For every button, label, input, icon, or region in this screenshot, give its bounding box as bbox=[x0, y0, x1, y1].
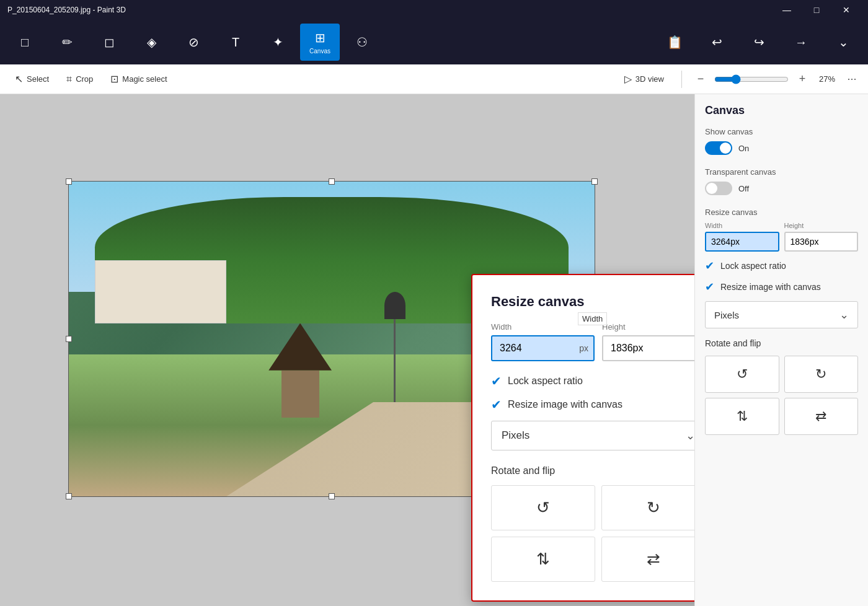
crop-button[interactable]: ⌗ Crop bbox=[59, 70, 100, 89]
toolbar-text[interactable]: T bbox=[216, 24, 255, 61]
zoom-in-button[interactable]: + bbox=[794, 71, 811, 88]
gazebo-roof bbox=[268, 323, 332, 371]
canvas-icon: ⊞ bbox=[315, 30, 326, 45]
show-canvas-thumb bbox=[720, 143, 731, 154]
toolbar-3d-shapes[interactable]: ◈ bbox=[131, 24, 171, 61]
toolbar-mixed-reality[interactable]: ⚇ bbox=[342, 24, 382, 61]
handle-top-mid[interactable] bbox=[329, 178, 335, 185]
select-label: Select bbox=[27, 74, 49, 84]
rotate-cw-icon: ↻ bbox=[815, 366, 826, 382]
stickers-icon: ⊘ bbox=[188, 35, 199, 50]
zoom-out-button[interactable]: − bbox=[692, 71, 709, 88]
close-button[interactable]: ✕ bbox=[832, 0, 861, 20]
maximize-button[interactable]: □ bbox=[802, 0, 831, 20]
title-bar-left: P_20150604_205209.jpg - Paint 3D bbox=[7, 6, 126, 14]
flip-vertical-button[interactable]: ⇅ bbox=[705, 398, 779, 435]
popup-flip-horizontal-button[interactable]: ⇄ bbox=[601, 537, 694, 582]
crop-label: Crop bbox=[76, 74, 93, 84]
toolbar-redo[interactable]: ↪ bbox=[739, 24, 779, 61]
zoom-separator bbox=[681, 71, 682, 88]
flip-horizontal-icon: ⇄ bbox=[647, 550, 660, 569]
height-input[interactable] bbox=[784, 232, 859, 252]
toolbar-options-button[interactable]: ··· bbox=[843, 71, 861, 88]
handle-mid-left[interactable] bbox=[66, 336, 72, 342]
show-canvas-toggle[interactable] bbox=[705, 141, 732, 155]
rotate-cw-icon: ↻ bbox=[647, 498, 660, 517]
transparent-canvas-section: Transparent canvas Off bbox=[705, 167, 858, 195]
height-label: Height bbox=[784, 222, 859, 229]
popup-lock-aspect-row: ✔ Lock aspect ratio bbox=[491, 374, 694, 389]
popup-height-input[interactable] bbox=[602, 335, 694, 361]
undo-icon: ↩ bbox=[712, 35, 722, 50]
popup-units-dropdown[interactable]: Pixels ⌄ bbox=[491, 421, 694, 450]
resize-canvas-label: Resize canvas bbox=[705, 208, 858, 217]
zoom-slider[interactable] bbox=[714, 74, 789, 84]
width-input[interactable] bbox=[705, 232, 779, 252]
show-canvas-section: Show canvas On bbox=[705, 127, 858, 155]
toolbar-paste[interactable]: 📋 bbox=[655, 24, 694, 61]
toolbar-brushes[interactable]: ✏ bbox=[47, 24, 87, 61]
forward-icon: → bbox=[795, 35, 807, 50]
height-group: Height bbox=[784, 222, 859, 252]
toolbar-more[interactable]: ⌄ bbox=[823, 24, 863, 61]
effects-icon: ✦ bbox=[273, 35, 283, 50]
units-label: Pixels bbox=[714, 310, 739, 320]
toolbar-undo[interactable]: ↩ bbox=[697, 24, 737, 61]
new-icon: □ bbox=[21, 35, 29, 50]
magic-select-label: Magic select bbox=[122, 74, 167, 84]
transparent-canvas-toggle[interactable] bbox=[705, 182, 732, 195]
paste-icon: 📋 bbox=[667, 35, 683, 50]
popup-rotate-cw-button[interactable]: ↻ bbox=[601, 485, 694, 530]
select-icon: ↖ bbox=[15, 73, 23, 85]
main-content: Resize canvas Width px Height Wid bbox=[0, 94, 868, 606]
toolbar-forward[interactable]: → bbox=[781, 24, 821, 61]
flip-horizontal-button[interactable]: ⇄ bbox=[784, 398, 859, 435]
zoom-controls: ▷ 3D view − + 27% ··· bbox=[617, 69, 861, 89]
rotate-ccw-icon: ↺ bbox=[536, 498, 550, 517]
handle-top-right[interactable] bbox=[591, 178, 598, 185]
lamp-post bbox=[394, 319, 396, 407]
popup-resize-with-canvas-row: ✔ Resize image with canvas bbox=[491, 397, 694, 412]
popup-rotate-grid: ↺ ↻ ⇅ ⇄ bbox=[491, 485, 694, 582]
lock-aspect-checkbox-label: Lock aspect ratio bbox=[720, 261, 786, 271]
transparent-canvas-label: Transparent canvas bbox=[705, 167, 858, 177]
resize-with-canvas-checkbox-icon: ✔ bbox=[705, 280, 714, 294]
magic-select-button[interactable]: ⊡ Magic select bbox=[103, 69, 174, 89]
rotate-ccw-button[interactable]: ↺ bbox=[705, 356, 779, 393]
units-dropdown[interactable]: Pixels ⌄ bbox=[705, 301, 858, 328]
transparent-canvas-value: Off bbox=[738, 184, 749, 193]
rotate-flip-label: Rotate and flip bbox=[705, 338, 858, 348]
handle-bot-mid[interactable] bbox=[329, 493, 335, 499]
3d-view-icon: ▷ bbox=[624, 73, 632, 85]
popup-rotate-title: Rotate and flip bbox=[491, 465, 694, 476]
image-gazebo bbox=[268, 323, 332, 418]
handle-bot-left[interactable] bbox=[66, 493, 72, 499]
lock-aspect-row: ✔ Lock aspect ratio bbox=[705, 259, 858, 273]
title-bar-controls: — □ ✕ bbox=[773, 0, 861, 20]
toolbar-canvas[interactable]: ⊞ Canvas bbox=[300, 24, 340, 61]
toolbar-effects[interactable]: ✦ bbox=[258, 24, 298, 61]
canvas-area[interactable]: Resize canvas Width px Height Wid bbox=[0, 94, 694, 606]
popup-height-group: Height bbox=[602, 322, 694, 361]
dimension-inputs: Width Height bbox=[705, 222, 858, 252]
3d-shapes-icon: ◈ bbox=[147, 35, 156, 50]
show-canvas-value: On bbox=[738, 144, 749, 153]
select-button[interactable]: ↖ Select bbox=[7, 69, 56, 89]
handle-top-left[interactable] bbox=[66, 178, 72, 185]
lock-aspect-check-icon: ✔ bbox=[491, 374, 502, 389]
3d-view-button[interactable]: ▷ 3D view bbox=[617, 69, 671, 89]
width-label: Width bbox=[705, 222, 779, 229]
toolbar-2d-shapes[interactable]: ◻ bbox=[89, 24, 129, 61]
transparent-canvas-thumb bbox=[706, 183, 717, 194]
popup-rotate-ccw-button[interactable]: ↺ bbox=[491, 485, 595, 530]
toolbar-stickers[interactable]: ⊘ bbox=[174, 24, 213, 61]
panel-title: Canvas bbox=[705, 104, 858, 117]
minimize-button[interactable]: — bbox=[773, 0, 801, 20]
resize-canvas-popup: Resize canvas Width px Height Wid bbox=[471, 274, 694, 602]
text-icon: T bbox=[232, 35, 239, 50]
rotate-cw-button[interactable]: ↻ bbox=[784, 356, 859, 393]
toolbar-new[interactable]: □ bbox=[5, 24, 45, 61]
resize-with-canvas-row: ✔ Resize image with canvas bbox=[705, 280, 858, 294]
popup-title: Resize canvas bbox=[491, 294, 694, 310]
popup-flip-vertical-button[interactable]: ⇅ bbox=[491, 537, 595, 582]
